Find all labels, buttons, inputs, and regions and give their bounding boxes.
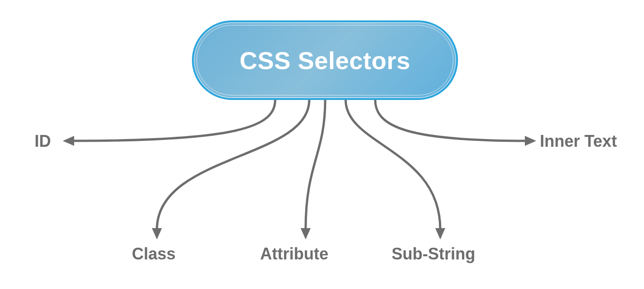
svg-marker-2 bbox=[152, 228, 162, 239]
branch-label-substring: Sub-String bbox=[392, 244, 475, 264]
svg-marker-4 bbox=[435, 228, 445, 239]
svg-marker-3 bbox=[301, 228, 311, 239]
branch-label-innertext: Inner Text bbox=[540, 132, 617, 151]
branch-label-attribute: Attribute bbox=[260, 244, 328, 264]
branch-label-id: ID bbox=[35, 132, 51, 151]
root-title: CSS Selectors bbox=[240, 46, 411, 75]
branch-label-class: Class bbox=[132, 244, 176, 264]
svg-marker-0 bbox=[63, 136, 74, 146]
svg-marker-1 bbox=[525, 136, 536, 146]
root-node: CSS Selectors bbox=[192, 20, 458, 100]
